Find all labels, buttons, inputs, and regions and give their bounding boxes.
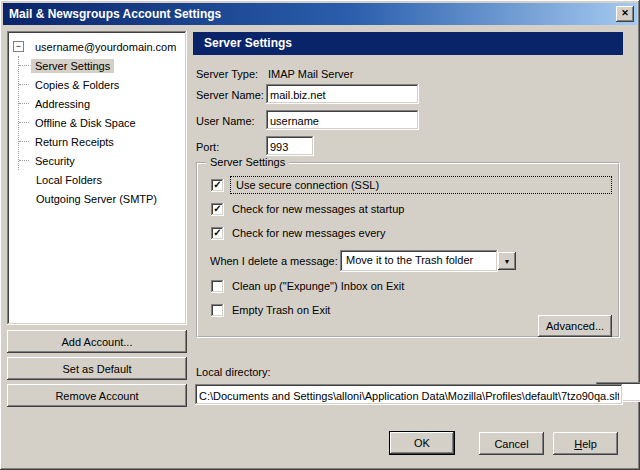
tree-connector — [19, 141, 29, 142]
remove-account-label: Remove Account — [55, 390, 138, 402]
server-name-label: Server Name: — [196, 89, 264, 101]
account-tree: − username@yourdomain.com Server Setting… — [7, 31, 187, 325]
help-button[interactable]: Help — [553, 432, 618, 455]
tree-item-outgoing-server[interactable]: Outgoing Server (SMTP) — [11, 189, 185, 208]
interval-checkbox[interactable]: ✓ — [211, 227, 224, 240]
ok-button-label: OK — [414, 437, 430, 449]
interval-checkbox-row[interactable]: ✓ Check for new messages every — [211, 226, 387, 240]
help-button-label: Help — [574, 438, 597, 450]
account-tree-children: Server Settings Copies & Folders Address… — [18, 56, 185, 170]
expunge-checkbox[interactable] — [211, 280, 224, 293]
collapse-icon[interactable]: − — [13, 41, 24, 52]
interval-checkbox-label[interactable]: Check for new messages every — [230, 226, 387, 240]
tree-connector — [19, 160, 29, 161]
tree-item-server-settings[interactable]: Server Settings — [19, 56, 185, 75]
tree-connector — [19, 65, 29, 66]
cancel-button-label: Cancel — [494, 438, 528, 450]
tree-item-label: Copies & Folders — [31, 78, 123, 92]
tree-item-addressing[interactable]: Addressing — [19, 94, 185, 113]
add-account-label: Add Account... — [62, 336, 133, 348]
close-icon[interactable]: ✕ — [616, 6, 634, 22]
tree-item-account-root[interactable]: − username@yourdomain.com — [11, 37, 185, 56]
tree-item-label: Addressing — [31, 97, 94, 111]
empty-trash-checkbox[interactable] — [211, 304, 224, 317]
startup-checkbox[interactable]: ✓ — [211, 203, 224, 216]
tree-item-label: Security — [31, 154, 79, 168]
server-name-input[interactable] — [266, 84, 419, 104]
user-name-label: User Name: — [196, 115, 255, 127]
server-settings-group: Server Settings ✓ Use secure connection … — [196, 162, 620, 338]
tree-item-label: Server Settings — [31, 59, 114, 73]
ssl-checkbox[interactable]: ✓ — [211, 179, 224, 192]
tree-item-security[interactable]: Security — [19, 151, 185, 170]
chevron-down-icon[interactable]: ▼ — [498, 252, 516, 270]
ssl-focus-rect: Use secure connection (SSL) — [230, 176, 612, 194]
tree-item-return-receipts[interactable]: Return Receipts — [19, 132, 185, 151]
user-name-input[interactable] — [266, 110, 419, 130]
cancel-button[interactable]: Cancel — [479, 432, 544, 455]
tree-item-label: Outgoing Server (SMTP) — [32, 192, 161, 206]
server-type-value: IMAP Mail Server — [268, 68, 353, 80]
server-type-label: Server Type: — [196, 68, 258, 80]
advanced-button[interactable]: Advanced... — [538, 315, 612, 337]
tree-item-local-folders[interactable]: Local Folders — [11, 170, 185, 189]
ssl-checkbox-row[interactable]: ✓ Use secure connection (SSL) — [211, 176, 612, 194]
tree-item-label: Local Folders — [32, 173, 106, 187]
delete-message-label: When I delete a message: — [210, 255, 338, 267]
add-account-button[interactable]: Add Account... — [7, 330, 187, 353]
local-directory-label: Local directory: — [196, 366, 271, 378]
ssl-checkbox-label[interactable]: Use secure connection (SSL) — [234, 178, 381, 192]
panel-header: Server Settings — [193, 32, 623, 55]
port-input[interactable] — [266, 136, 314, 156]
tree-item-copies-folders[interactable]: Copies & Folders — [19, 75, 185, 94]
empty-trash-checkbox-row[interactable]: Empty Trash on Exit — [211, 303, 332, 317]
port-label: Port: — [196, 141, 219, 153]
empty-trash-checkbox-label[interactable]: Empty Trash on Exit — [230, 303, 332, 317]
tree-item-label: Offline & Disk Space — [31, 116, 140, 130]
window-title: Mail & Newsgroups Account Settings — [9, 7, 616, 21]
set-as-default-label: Set as Default — [62, 363, 131, 375]
tree-connector — [19, 84, 29, 85]
tree-connector — [19, 103, 29, 104]
tree-connector — [19, 122, 29, 123]
tree-item-offline-disk-space[interactable]: Offline & Disk Space — [19, 113, 185, 132]
tree-item-label: username@yourdomain.com — [31, 40, 180, 54]
tree-item-label: Return Receipts — [31, 135, 118, 149]
title-bar[interactable]: Mail & Newsgroups Account Settings ✕ — [3, 3, 637, 25]
startup-checkbox-row[interactable]: ✓ Check for new messages at startup — [211, 202, 406, 216]
remove-account-button[interactable]: Remove Account — [7, 384, 187, 407]
advanced-button-label: Advanced... — [546, 320, 604, 332]
account-settings-dialog: Mail & Newsgroups Account Settings ✕ − u… — [0, 0, 640, 470]
local-directory-input[interactable] — [195, 384, 623, 405]
expunge-checkbox-row[interactable]: Clean up ("Expunge") Inbox on Exit — [211, 279, 406, 293]
set-as-default-button[interactable]: Set as Default — [7, 357, 187, 380]
server-settings-group-title: Server Settings — [206, 156, 289, 168]
delete-message-dropdown[interactable]: Move it to the Trash folder ▼ — [340, 250, 518, 272]
startup-checkbox-label[interactable]: Check for new messages at startup — [230, 202, 406, 216]
delete-message-dropdown-value: Move it to the Trash folder — [340, 250, 498, 272]
ok-button[interactable]: OK — [389, 431, 455, 455]
expunge-checkbox-label[interactable]: Clean up ("Expunge") Inbox on Exit — [230, 279, 406, 293]
